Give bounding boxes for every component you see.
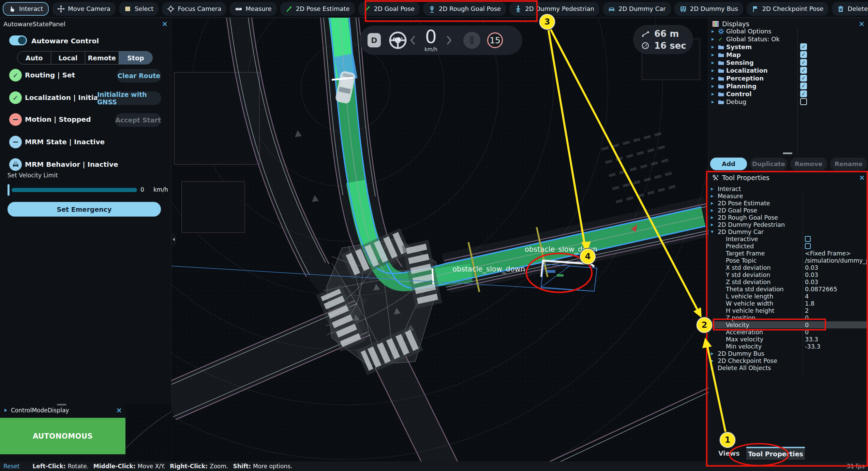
tool-2d-dummy-bus[interactable]: 2D Dummy Bus <box>674 2 743 16</box>
tp-row[interactable]: ▶2D Dummy Bus <box>709 350 868 357</box>
mode-auto[interactable]: Auto <box>17 51 51 64</box>
visibility-checkbox[interactable]: ✓ <box>800 90 807 97</box>
predicted-checkbox[interactable] <box>805 243 811 249</box>
tp-row-dummy-car[interactable]: ▼2D Dummy Car <box>709 228 868 235</box>
displays-row-localization[interactable]: ▶ Localization ✓ <box>709 67 868 74</box>
tp-row[interactable]: ▶2D Checkpoint Pose <box>709 357 868 364</box>
folder-icon <box>718 44 726 49</box>
autoware-control-toggle[interactable] <box>9 35 27 45</box>
tool-interact[interactable]: Interact <box>3 2 49 16</box>
close-icon[interactable]: × <box>858 20 865 28</box>
control-mode-panel: ControlModeDisplay × AUTONOMOUS <box>0 404 125 461</box>
tp-row[interactable]: H vehicle height2 <box>709 307 868 314</box>
interactive-checkbox[interactable] <box>805 236 811 242</box>
tp-row[interactable]: X std deviation0.03 <box>709 264 868 271</box>
mode-stop[interactable]: Stop <box>119 51 152 64</box>
visibility-checkbox[interactable]: ✓ <box>800 83 807 89</box>
tool-label: Delete All Objects <box>848 5 868 12</box>
tp-row[interactable]: W vehicle width1.8 <box>709 300 868 307</box>
displays-row-sensing[interactable]: ▶ Sensing ✓ <box>709 59 868 67</box>
tp-row[interactable]: Acceleration0 <box>709 328 868 336</box>
displays-row-map[interactable]: ▶ Map ✓ <box>709 51 868 59</box>
tab-tool-properties[interactable]: Tool Properties <box>746 447 805 460</box>
tp-row[interactable]: Theta std deviation0.0872665 <box>709 285 868 293</box>
tp-row-velocity[interactable]: Velocity0 <box>709 321 868 328</box>
tp-row[interactable]: Interactive <box>709 235 868 242</box>
clock-icon <box>641 42 649 50</box>
tp-row[interactable]: ▶2D Pose Estimate <box>709 200 868 207</box>
tp-row[interactable]: ▶2D Dummy Pedestrian <box>709 221 868 228</box>
tp-row[interactable]: Z position0 <box>709 314 868 321</box>
panel-splitter[interactable] <box>783 152 792 154</box>
initialize-gnss-button[interactable]: Initialize with GNSS <box>97 91 161 105</box>
tool-2d-rough-goal-pose[interactable]: 2D Rough Goal Pose <box>423 2 506 16</box>
tp-row[interactable]: Predicted <box>709 242 868 250</box>
clear-route-button[interactable]: Clear Route <box>117 69 161 83</box>
close-icon[interactable]: × <box>116 406 122 414</box>
visibility-checkbox[interactable] <box>800 98 807 105</box>
tool-focus-camera[interactable]: Focus Camera <box>162 2 226 16</box>
chevron-right-icon: ▶ <box>712 69 718 72</box>
hint-value: More options. <box>253 463 293 470</box>
set-emergency-button[interactable]: Set Emergency <box>8 202 161 217</box>
tp-row[interactable]: ▶Measure <box>709 192 868 200</box>
velocity-limit-slider[interactable]: 0 km/h <box>8 184 161 196</box>
tp-row[interactable]: Z std deviation0.03 <box>709 278 868 285</box>
folder-icon <box>718 99 726 104</box>
tool-2d-dummy-pedestrian[interactable]: 2D Dummy Pedestrian <box>509 2 599 16</box>
hint-key: Right-Click: <box>170 463 208 470</box>
displays-row-global-status[interactable]: ▶ ✓ Global Status: Ok <box>709 35 868 43</box>
slider-track[interactable] <box>12 188 137 192</box>
move-icon <box>57 5 65 13</box>
mrm-behavior-status: MRM Behavior | Inactive <box>25 160 118 168</box>
visibility-checkbox[interactable]: ✓ <box>800 67 807 74</box>
velocity-limit-unit: km/h <box>153 186 168 193</box>
tool-delete-all-objects[interactable]: Delete All Objects <box>832 2 868 16</box>
displays-row-control[interactable]: ▶ Control ✓ <box>709 90 868 98</box>
close-icon[interactable]: × <box>859 174 865 182</box>
tool-2d-checkpoint-pose[interactable]: 2D Checkpoint Pose <box>747 2 829 16</box>
visibility-checkbox[interactable]: ✓ <box>800 43 807 50</box>
tool-2d-pose-estimate[interactable]: 2D Pose Estimate <box>280 2 355 16</box>
emergency-car-icon <box>12 161 19 168</box>
visibility-checkbox[interactable]: ✓ <box>800 75 807 82</box>
tool-label: 2D Rough Goal Pose <box>439 5 501 12</box>
displays-row-planning[interactable]: ▶ Planning ✓ <box>709 82 868 90</box>
tool-2d-goal-pose[interactable]: 2D Goal Pose <box>358 2 420 16</box>
tp-row[interactable]: Min velocity-33.3 <box>709 343 868 350</box>
tool-move-camera[interactable]: Move Camera <box>52 2 116 16</box>
tool-select[interactable]: Select <box>119 2 159 16</box>
slider-handle[interactable] <box>8 184 10 196</box>
map-viewport[interactable]: obstacle_slow_down obstacle_slow_down D … <box>171 18 708 461</box>
add-display-button[interactable]: Add <box>710 158 747 170</box>
displays-row-debug[interactable]: ▶ Debug <box>709 98 868 106</box>
tp-row[interactable]: Max velocity33.3 <box>709 336 868 343</box>
tp-row[interactable]: ▶Interact <box>709 185 868 192</box>
mode-remote[interactable]: Remote <box>85 51 119 64</box>
mode-local[interactable]: Local <box>51 51 85 64</box>
tp-row[interactable]: L vehicle length4 <box>709 293 868 300</box>
tp-row[interactable]: Pose Topic/simulation/dummy_perce... <box>709 257 868 264</box>
displays-row-perception[interactable]: ▶ Perception ✓ <box>709 74 868 82</box>
tp-row[interactable]: Target Frame<Fixed Frame> <box>709 250 868 257</box>
tp-row[interactable]: ▶Delete All Objects <box>709 364 868 371</box>
tp-row[interactable]: ▶2D Rough Goal Pose <box>709 214 868 221</box>
tp-row[interactable]: Y std deviation0.03 <box>709 271 868 278</box>
tool-measure[interactable]: Measure <box>230 2 277 16</box>
displays-row-system[interactable]: ▶ System ✓ <box>709 43 868 51</box>
tp-row[interactable]: ▶2D Goal Pose <box>709 207 868 214</box>
tab-views[interactable]: Views <box>718 450 740 457</box>
close-icon[interactable]: × <box>162 20 168 28</box>
displays-row-global-options[interactable]: ▶ Global Options <box>709 27 868 35</box>
tool-label: Interact <box>19 5 43 12</box>
visibility-checkbox[interactable]: ✓ <box>800 51 807 58</box>
tool-label: Focus Camera <box>178 5 221 12</box>
tool-2d-dummy-car[interactable]: 2D Dummy Car <box>603 2 671 16</box>
reset-button[interactable]: Reset <box>3 463 20 470</box>
remaining-distance: 66 m <box>654 29 679 39</box>
visibility-checkbox[interactable]: ✓ <box>800 59 807 66</box>
displays-icon <box>712 21 719 27</box>
dock-splitter[interactable] <box>57 404 66 406</box>
panel-collapse-handle[interactable] <box>171 233 176 246</box>
hint-value: Rotate. <box>68 463 89 470</box>
